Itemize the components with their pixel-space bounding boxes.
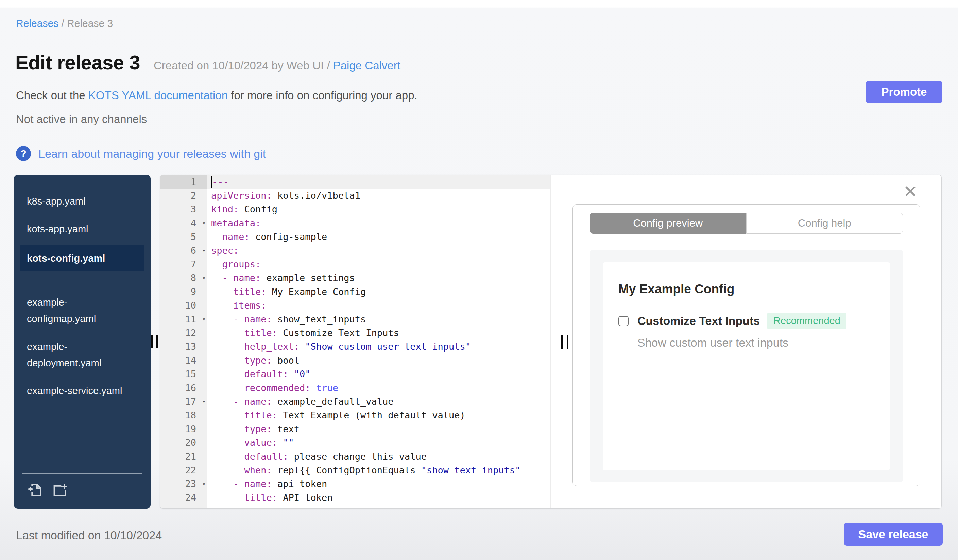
line-number: 22 — [160, 463, 207, 477]
code-line[interactable]: 17▾ - name: example_default_value — [160, 394, 550, 408]
config-preview-panel: My Example Config Customize Text Inputs … — [590, 250, 903, 482]
file-item[interactable]: example-configmap.yaml — [20, 291, 136, 330]
line-number: 17▾ — [160, 394, 207, 408]
file-list-top: k8s-app.yamlkots-app.yamlkots-config.yam… — [14, 190, 151, 276]
author-link[interactable]: Paige Calvert — [333, 59, 400, 72]
recommended-badge: Recommended — [767, 313, 847, 329]
question-icon: ? — [16, 146, 31, 161]
code-text: title: My Example Config — [207, 285, 550, 298]
file-item[interactable]: kots-config.yaml — [20, 245, 144, 271]
yaml-editor[interactable]: 1---2apiVersion: kots.io/v1beta13kind: C… — [160, 175, 550, 508]
new-folder-icon[interactable] — [52, 482, 68, 498]
preview-resize-handle[interactable] — [561, 335, 568, 349]
fold-arrow-icon[interactable]: ▾ — [202, 316, 206, 323]
file-item[interactable]: kots-app.yaml — [20, 217, 136, 240]
config-group-card: My Example Config Customize Text Inputs … — [603, 262, 890, 470]
code-line[interactable]: 18 title: Text Example (with default val… — [160, 408, 550, 422]
breadcrumb-separator: / — [61, 18, 67, 29]
code-line[interactable]: 1--- — [160, 175, 550, 188]
line-number: 25 — [160, 504, 207, 508]
line-number: 15 — [160, 367, 207, 381]
code-line[interactable]: 2apiVersion: kots.io/v1beta1 — [160, 188, 550, 202]
customize-text-inputs-checkbox[interactable] — [619, 316, 628, 326]
code-line[interactable]: 22 when: repl{{ ConfigOptionEquals "show… — [160, 463, 550, 477]
code-line[interactable]: 6▾spec: — [160, 244, 550, 257]
sidebar-bottom-divider — [22, 473, 143, 474]
line-number: 11▾ — [160, 312, 207, 326]
config-tabs: Config preview Config help — [590, 213, 903, 234]
code-line[interactable]: 16 recommended: true — [160, 381, 550, 394]
code-line[interactable]: 9 title: My Example Config — [160, 285, 550, 298]
code-text: value: "" — [207, 436, 550, 449]
kots-yaml-doc-link[interactable]: KOTS YAML documentation — [89, 89, 228, 101]
code-line[interactable]: 15 default: "0" — [160, 367, 550, 381]
code-line[interactable]: 13 help_text: "Show custom user text inp… — [160, 340, 550, 353]
code-text: when: repl{{ ConfigOptionEquals "show_te… — [207, 463, 550, 477]
fold-arrow-icon[interactable]: ▾ — [202, 481, 206, 487]
tab-config-help[interactable]: Config help — [746, 213, 903, 234]
code-text: help_text: "Show custom user text inputs… — [207, 340, 550, 353]
code-line[interactable]: 19 type: text — [160, 422, 550, 436]
promote-button[interactable]: Promote — [866, 81, 942, 103]
new-file-icon[interactable] — [27, 482, 43, 498]
code-line[interactable]: 14 type: bool — [160, 353, 550, 367]
line-number: 8▾ — [160, 271, 207, 285]
code-text: apiVersion: kots.io/v1beta1 — [207, 188, 550, 202]
created-text: Created on 10/10/2024 by Web UI / Paige … — [154, 59, 400, 72]
sidebar-actions — [14, 482, 151, 500]
code-line[interactable]: 10 items: — [160, 299, 550, 312]
git-help-link[interactable]: Learn about managing your releases with … — [38, 147, 266, 160]
save-release-button[interactable]: Save release — [844, 523, 943, 546]
code-text: title: Text Example (with default value) — [207, 408, 550, 422]
file-item[interactable]: k8s-app.yaml — [20, 190, 136, 213]
config-group-title: My Example Config — [619, 282, 874, 296]
page-title: Edit release 3 — [15, 51, 140, 74]
breadcrumb: Releases / Release 3 — [16, 18, 113, 29]
line-number: 20 — [160, 436, 207, 449]
tab-config-preview[interactable]: Config preview — [590, 213, 746, 234]
line-number: 6▾ — [160, 244, 207, 257]
line-number: 14 — [160, 353, 207, 367]
file-sidebar: k8s-app.yamlkots-app.yamlkots-config.yam… — [14, 175, 151, 509]
code-line[interactable]: 8▾ - name: example_settings — [160, 271, 550, 285]
code-text: - name: example_settings — [207, 271, 550, 285]
line-number: 16 — [160, 381, 207, 394]
code-line[interactable]: 20 value: "" — [160, 436, 550, 449]
line-number: 12 — [160, 326, 207, 340]
doc-line: Check out the KOTS YAML documentation fo… — [16, 89, 417, 102]
line-number: 4▾ — [160, 216, 207, 230]
fold-arrow-icon[interactable]: ▾ — [202, 247, 206, 254]
code-line[interactable]: 25 type: password — [160, 504, 550, 508]
config-item-label: Customize Text Inputs — [638, 314, 760, 327]
code-line[interactable]: 24 title: API token — [160, 491, 550, 504]
config-card: Config preview Config help My Example Co… — [573, 204, 920, 486]
code-line[interactable]: 21 default: please change this value — [160, 449, 550, 463]
fold-arrow-icon[interactable]: ▾ — [202, 220, 206, 226]
line-number: 3 — [160, 202, 207, 216]
code-line[interactable]: 5 name: config-sample — [160, 230, 550, 244]
config-preview-pane: ✕ Config preview Config help My Example … — [551, 175, 941, 508]
line-number: 7 — [160, 257, 207, 271]
code-line[interactable]: 3kind: Config — [160, 202, 550, 216]
code-line[interactable]: 4▾metadata: — [160, 216, 550, 230]
code-text: default: "0" — [207, 367, 550, 381]
file-item[interactable]: example-deployment.yaml — [20, 335, 136, 375]
code-text: - name: api_token — [207, 477, 550, 491]
close-icon[interactable]: ✕ — [903, 183, 918, 200]
code-line[interactable]: 12 title: Customize Text Inputs — [160, 326, 550, 340]
channel-status: Not active in any channels — [16, 113, 147, 126]
code-text: title: Customize Text Inputs — [207, 326, 550, 340]
code-line[interactable]: 11▾ - name: show_text_inputs — [160, 312, 550, 326]
code-line[interactable]: 23▾ - name: api_token — [160, 477, 550, 491]
file-item[interactable]: example-service.yaml — [20, 379, 136, 402]
code-text: name: config-sample — [207, 230, 550, 244]
code-line[interactable]: 7 groups: — [160, 257, 550, 271]
code-text: kind: Config — [207, 202, 550, 216]
breadcrumb-releases-link[interactable]: Releases — [16, 18, 59, 29]
code-text: title: API token — [207, 491, 550, 504]
fold-arrow-icon[interactable]: ▾ — [202, 398, 206, 405]
fold-arrow-icon[interactable]: ▾ — [202, 275, 206, 282]
code-text: type: bool — [207, 353, 550, 367]
line-number: 5 — [160, 230, 207, 244]
sidebar-resize-handle[interactable] — [151, 335, 158, 348]
